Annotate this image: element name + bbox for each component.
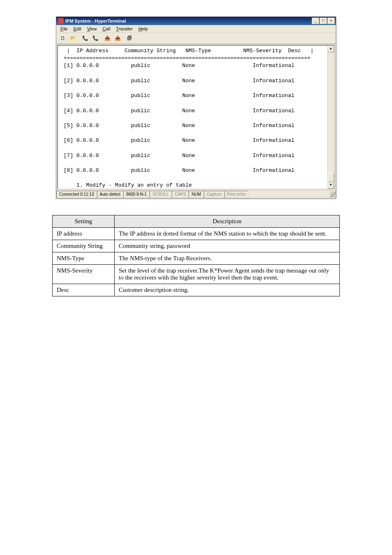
table-row: DescCustomer description string. [53, 284, 340, 296]
status-caps: CAPS [172, 191, 189, 198]
cell-description: Customer description string. [115, 284, 340, 296]
statusbar: Connected 0:11:13Auto detect9600 8-N-1SC… [56, 190, 336, 198]
titlebar: IPM System - HyperTerminal _ □ × [56, 17, 336, 25]
cell-description: Set the level of the trap receiver.The K… [115, 265, 340, 284]
table-header-row: Setting Description [53, 215, 340, 228]
terminal-area: | IP Address Community String NMS-Type N… [57, 45, 335, 190]
scroll-thumb[interactable] [327, 173, 334, 182]
close-button[interactable]: × [327, 18, 335, 24]
status-auto-detect: Auto detect [97, 191, 124, 198]
menu-help[interactable]: Help [136, 26, 150, 32]
scroll-down-button[interactable]: ▼ [327, 182, 334, 189]
open-icon[interactable]: 📂 [68, 33, 78, 43]
maximize-button[interactable]: □ [320, 18, 327, 24]
app-icon [58, 18, 64, 24]
cell-setting: NMS-Type [53, 252, 115, 265]
status-scroll: SCROLL [150, 191, 172, 198]
disconnect-icon[interactable]: 📞 [90, 33, 100, 43]
cell-description: The NMS-type of the Trap Receivers. [115, 252, 340, 265]
new-doc-icon[interactable]: 🗋 [58, 33, 68, 43]
menu-transfer[interactable]: Transfer [113, 26, 135, 32]
cell-setting: Desc [53, 284, 115, 296]
table-row: Community StringCommunity string, passwo… [53, 240, 340, 252]
menu-view[interactable]: View [85, 26, 99, 32]
cell-setting: IP address [53, 228, 115, 240]
menu-file[interactable]: File [58, 26, 70, 32]
menubar: FileEditViewCallTransferHelp [56, 25, 336, 33]
table-row: NMS-TypeThe NMS-type of the Trap Receive… [53, 252, 340, 265]
cell-description: Community string, password [115, 240, 340, 252]
table-row: NMS-SeveritySet the level of the trap re… [53, 265, 340, 284]
hyperterminal-window: IPM System - HyperTerminal _ □ × FileEdi… [56, 16, 336, 199]
header-setting: Setting [53, 215, 115, 228]
resize-grip[interactable] [330, 192, 336, 197]
scroll-up-button[interactable]: ▲ [327, 46, 334, 52]
toolbar: 🗋📂📞📞📥📤🗐 [56, 33, 336, 44]
menu-edit[interactable]: Edit [71, 26, 84, 32]
header-description: Description [115, 215, 340, 228]
cell-setting: Community String [53, 240, 115, 252]
status-9600-8-n-1: 9600 8-N-1 [123, 191, 150, 198]
cell-setting: NMS-Severity [53, 265, 115, 284]
send-icon[interactable]: 📥 [102, 33, 112, 43]
settings-description-table: Setting Description IP addressThe IP add… [52, 215, 340, 296]
vertical-scrollbar[interactable]: ▲ ▼ [327, 46, 334, 189]
status-connected-0-11-13: Connected 0:11:13 [56, 191, 97, 198]
connect-icon[interactable]: 📞 [80, 33, 90, 43]
terminal-output[interactable]: | IP Address Community String NMS-Type N… [58, 46, 334, 189]
receive-icon[interactable]: 📤 [113, 33, 122, 43]
cell-description: The IP address in dotted format of the N… [115, 228, 340, 240]
properties-icon[interactable]: 🗐 [125, 33, 134, 43]
menu-call[interactable]: Call [100, 26, 113, 32]
status-print-echo: Print echo [224, 191, 249, 198]
window-title: IPM System - HyperTerminal [65, 18, 126, 23]
minimize-button[interactable]: _ [312, 18, 319, 24]
status-num: NUM [189, 191, 204, 198]
table-row: IP addressThe IP address in dotted forma… [53, 228, 340, 240]
status-capture: Capture [204, 191, 224, 198]
